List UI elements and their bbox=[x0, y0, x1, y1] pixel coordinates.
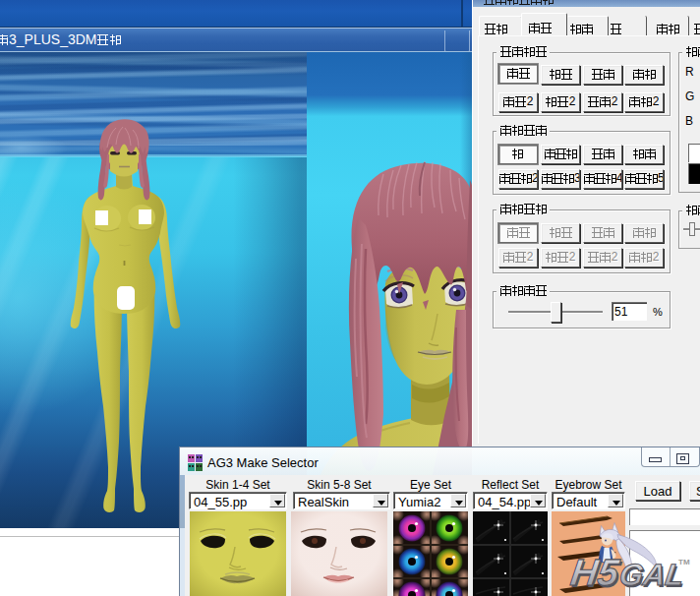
svg-text:H5: H5 bbox=[568, 551, 622, 593]
svg-text:GAL: GAL bbox=[617, 558, 686, 592]
svg-text:TM: TM bbox=[678, 558, 690, 566]
